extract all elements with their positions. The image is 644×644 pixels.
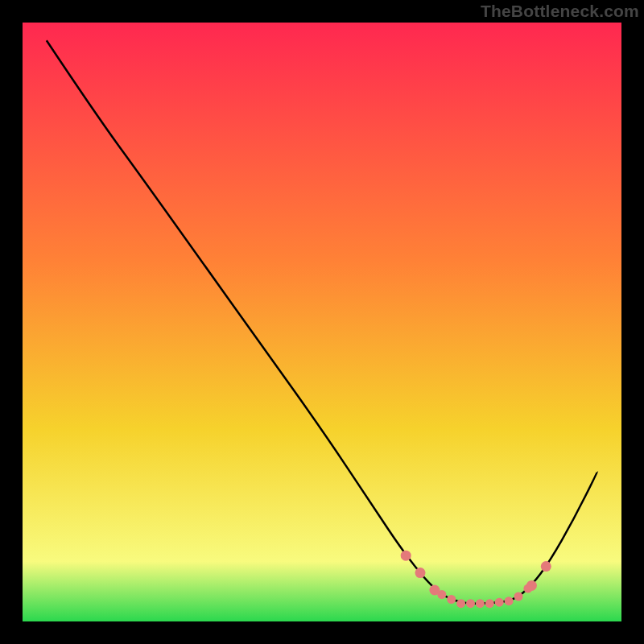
plot-background-gradient xyxy=(23,23,621,621)
optimal-dot xyxy=(476,599,485,608)
optimal-dot xyxy=(466,599,475,608)
optimal-dot xyxy=(541,561,551,572)
optimal-dot xyxy=(437,590,446,599)
optimal-dot xyxy=(495,598,504,607)
optimal-dot xyxy=(505,597,514,605)
optimal-dot xyxy=(415,568,426,578)
bottleneck-chart xyxy=(0,0,644,644)
optimal-dot xyxy=(485,599,494,608)
watermark-text: TheBottleneck.com xyxy=(481,2,639,21)
optimal-dot xyxy=(447,595,456,604)
optimal-dot xyxy=(456,599,465,608)
optimal-dot xyxy=(514,592,523,601)
optimal-dot xyxy=(401,551,411,561)
chart-frame: TheBottleneck.com xyxy=(0,0,644,644)
optimal-dot xyxy=(526,580,537,591)
